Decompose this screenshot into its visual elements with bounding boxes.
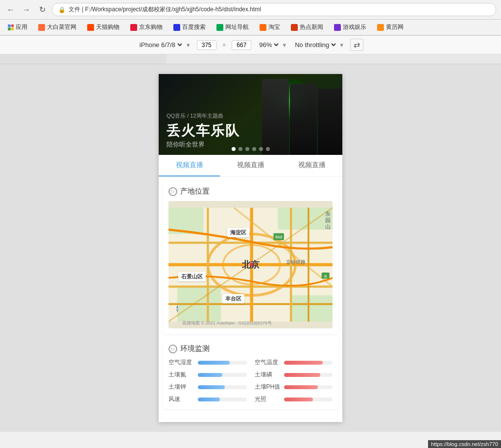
tab-0[interactable]: 视频直播 (159, 155, 220, 176)
dot-2[interactable] (239, 147, 242, 151)
bookmark-jd-label: 京东购物 (139, 23, 163, 31)
map-svg: S12 G (168, 201, 333, 328)
env-label-phosphorus: 土壤磷 (255, 371, 280, 379)
browser-nav: ← → ↻ 🔒 文件 | F:/Workspace/project/成都校家佳/… (0, 0, 501, 20)
env-label-temperature: 空气温度 (255, 358, 280, 367)
bookmark-baidu[interactable]: 百度搜索 (169, 22, 210, 33)
dot-4[interactable] (252, 147, 256, 151)
bookmark-news[interactable]: 热点新闻 (287, 22, 327, 33)
env-label-ph: 土壤PH值 (255, 383, 281, 391)
env-bar-temperature (284, 361, 323, 365)
env-item-light: 光照 (255, 395, 333, 403)
svg-text:G: G (324, 274, 327, 278)
env-label-light: 光照 (255, 395, 280, 403)
ruler-corner (0, 54, 167, 64)
device-select[interactable]: iPhone 6/7/8 (138, 41, 184, 49)
env-item-phosphorus: 土壤磷 (255, 371, 333, 379)
bookmark-dbc-label: 大白菜官网 (47, 23, 76, 31)
dimension-separator: × (222, 41, 226, 49)
banner-carousel[interactable]: QQ音乐 / 12周年主题曲 丢火车乐队 陪你听全世界 (159, 74, 342, 155)
mobile-frame: QQ音乐 / 12周年主题曲 丢火车乐队 陪你听全世界 视频直播 (159, 74, 342, 422)
banner-title: 丢火车乐队 (167, 122, 240, 140)
address-text: 文件 | F:/Workspace/project/成都校家佳/xjjh5/xj… (69, 5, 261, 14)
env-bar-wind (198, 398, 220, 401)
width-input[interactable] (197, 40, 216, 50)
device-selector[interactable]: iPhone 6/7/8 ▼ (138, 41, 191, 49)
env-icon: ▷ (168, 345, 177, 353)
bookmark-baidu-label: 百度搜索 (182, 23, 206, 31)
bookmark-apps[interactable]: 应用 (4, 22, 31, 33)
banner-description: 陪你听全世界 (167, 140, 240, 149)
bookmark-almanac-label: 黄历网 (386, 23, 404, 31)
env-item-humidity: 空气湿度 (168, 358, 247, 367)
env-section-title: ▷ 环境监测 (168, 344, 333, 353)
env-label-nitrogen: 土壤氮 (168, 371, 194, 379)
address-bar[interactable]: 🔒 文件 | F:/Workspace/project/成都校家佳/xjjh5/… (52, 3, 496, 16)
svg-text:S12: S12 (275, 235, 283, 239)
env-bar-ph (284, 385, 318, 389)
bookmark-tmall-label: 天猫购物 (96, 23, 119, 31)
bookmark-nav-label: 网址导航 (225, 23, 249, 31)
env-bar-light (284, 398, 313, 401)
env-item-potassium: 土壤钾 (168, 383, 247, 391)
forward-button[interactable]: → (21, 4, 32, 16)
env-grid: 空气湿度 空气温度 土壤氮 (168, 358, 333, 403)
throttle-select[interactable]: No throttling (293, 41, 337, 49)
zoom-control[interactable]: 96% ▼ (257, 41, 287, 49)
bookmark-game-label: 游戏娱乐 (343, 23, 366, 31)
tab-2[interactable]: 视频直播 (281, 155, 342, 176)
dot-5[interactable] (259, 147, 263, 151)
devtools-bar: iPhone 6/7/8 ▼ × 96% ▼ No throttling ▼ ⇄ (0, 36, 501, 54)
bookmark-tmall[interactable]: 天猫购物 (83, 22, 123, 33)
lock-icon: 🔒 (58, 6, 66, 13)
dot-1[interactable] (232, 147, 236, 151)
env-label-humidity: 空气湿度 (168, 358, 194, 367)
env-bar-wind-wrap (198, 398, 247, 401)
dot-6[interactable] (266, 147, 270, 151)
bookmark-game[interactable]: 游戏娱乐 (330, 22, 370, 33)
env-bar-humidity (198, 361, 230, 365)
main-area: QQ音乐 / 12周年主题曲 丢火车乐队 陪你听全世界 视频直播 (0, 64, 501, 432)
env-bar-nitrogen (198, 373, 222, 377)
tab-bar: 视频直播 视频直播 视频直播 (159, 155, 342, 177)
env-label-wind: 风速 (168, 395, 194, 403)
bookmark-taobao[interactable]: 淘宝 (256, 22, 284, 33)
bookmark-dbc[interactable]: 大白菜官网 (34, 22, 80, 33)
dot-3[interactable] (245, 147, 249, 151)
location-icon: ▷ (168, 187, 177, 196)
svg-point-21 (249, 262, 254, 268)
back-button[interactable]: ← (5, 4, 17, 16)
tab-1[interactable]: 视频直播 (220, 155, 281, 176)
env-bar-humidity-wrap (198, 361, 247, 365)
bookmark-jd[interactable]: 京东购物 (126, 22, 167, 33)
bookmark-taobao-label: 淘宝 (268, 23, 280, 31)
env-bar-light-wrap (284, 398, 333, 401)
env-item-wind: 风速 (168, 395, 247, 403)
location-section: ▷ 产地位置 (163, 181, 338, 334)
location-title-text: 产地位置 (180, 187, 210, 196)
bookmark-almanac[interactable]: 黄历网 (373, 22, 407, 33)
height-input[interactable] (232, 40, 251, 50)
bookmark-news-label: 热点新闻 (300, 23, 323, 31)
banner-subtitle: QQ音乐 / 12周年主题曲 (167, 112, 240, 120)
bookmarks-bar: 应用 大白菜官网 天猫购物 京东购物 百度搜索 网址导航 淘宝 热点新闻 (0, 20, 501, 35)
ruler-main (167, 54, 501, 64)
env-bar-ph-wrap (284, 385, 333, 389)
env-item-ph: 土壤PH值 (255, 383, 333, 391)
map-container[interactable]: S12 G 海淀区 石景山区 北京 丰台区 京哈铁路 东园山 (168, 201, 333, 328)
env-item-temperature: 空气温度 (255, 358, 333, 367)
bookmark-nav[interactable]: 网址导航 (213, 22, 253, 33)
bookmark-apps-label: 应用 (16, 23, 27, 31)
rotate-button[interactable]: ⇄ (350, 39, 363, 51)
env-item-nitrogen: 土壤氮 (168, 371, 247, 379)
env-bar-potassium (198, 385, 225, 389)
env-bar-temperature-wrap (284, 361, 333, 365)
throttle-control[interactable]: No throttling ▼ (293, 41, 344, 49)
env-title-text: 环境监测 (180, 344, 210, 353)
zoom-select[interactable]: 96% (257, 41, 280, 49)
ruler-area (0, 54, 501, 64)
env-bar-phosphorus (284, 373, 321, 377)
reload-button[interactable]: ↻ (36, 4, 48, 16)
browser-chrome: ← → ↻ 🔒 文件 | F:/Workspace/project/成都校家佳/… (0, 0, 501, 36)
env-bar-phosphorus-wrap (284, 373, 333, 377)
